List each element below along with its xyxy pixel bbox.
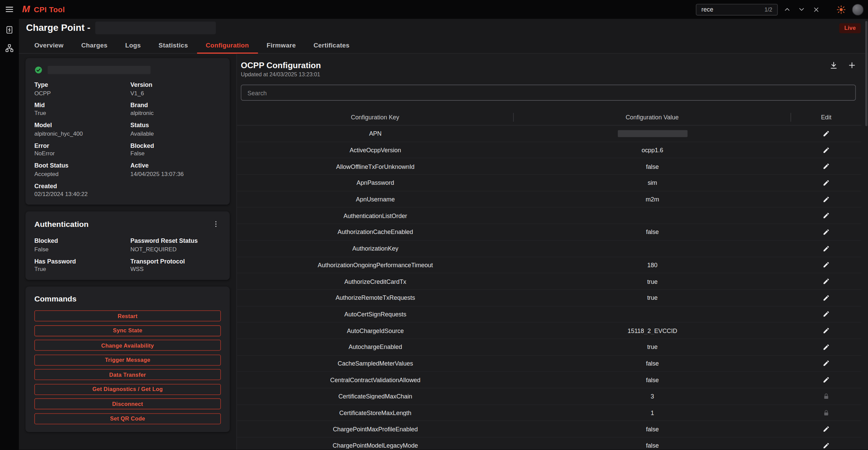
tab[interactable]: Firmware bbox=[258, 37, 305, 53]
config-row: ChargePointMaxProfileEnabled false bbox=[237, 421, 861, 437]
config-key: AuthorizationCacheEnabled bbox=[237, 229, 514, 236]
edit-pencil-icon[interactable] bbox=[823, 294, 830, 301]
connected-check-icon bbox=[34, 66, 42, 74]
find-previous-button[interactable] bbox=[782, 4, 792, 14]
config-edit-cell bbox=[791, 229, 861, 236]
tab[interactable]: Logs bbox=[116, 37, 150, 53]
command-button[interactable]: Restart bbox=[34, 310, 221, 321]
kebab-menu-icon[interactable] bbox=[211, 219, 221, 229]
device-card-header bbox=[34, 66, 221, 74]
auth-field: Transport Protocol WSS bbox=[130, 257, 221, 272]
edit-pencil-icon[interactable] bbox=[823, 327, 830, 334]
edit-pencil-icon[interactable] bbox=[823, 442, 830, 449]
edit-pencil-icon[interactable] bbox=[823, 212, 830, 219]
field-label: Error bbox=[34, 142, 125, 149]
config-value-text: false bbox=[646, 376, 659, 383]
edit-pencil-icon[interactable] bbox=[823, 426, 830, 433]
config-value-text: sim bbox=[648, 179, 657, 186]
field-value: Available bbox=[130, 130, 221, 137]
charge-points-icon[interactable] bbox=[3, 24, 16, 36]
app-title: CPI Tool bbox=[34, 5, 65, 13]
find-bar: 1/2 bbox=[696, 4, 821, 15]
field-value: NOT_REQUIRED bbox=[130, 246, 221, 252]
device-field: Error NoError bbox=[34, 142, 125, 156]
config-edit-cell bbox=[791, 294, 861, 301]
find-input[interactable] bbox=[701, 6, 749, 13]
live-status-badge: Live bbox=[839, 23, 861, 33]
window-scrollbar[interactable] bbox=[865, 21, 868, 126]
device-field: Mid True bbox=[34, 101, 125, 116]
edit-pencil-icon[interactable] bbox=[823, 146, 830, 154]
field-label: Has Password bbox=[34, 257, 125, 264]
lock-icon bbox=[823, 393, 830, 400]
edit-pencil-icon[interactable] bbox=[823, 245, 830, 252]
redacted-value bbox=[618, 130, 687, 137]
command-button[interactable]: Set QR Code bbox=[34, 413, 221, 424]
download-icon[interactable] bbox=[829, 60, 838, 70]
ocpp-panel-actions bbox=[829, 60, 857, 70]
field-label: Blocked bbox=[34, 237, 125, 244]
config-row: CertificateSignedMaxChain 3 bbox=[237, 388, 861, 405]
command-button[interactable]: Data Transfer bbox=[34, 369, 221, 380]
command-buttons: Restart Sync State Change Availability T… bbox=[34, 310, 221, 424]
find-close-icon[interactable] bbox=[811, 4, 821, 14]
config-key: ApnPassword bbox=[237, 179, 514, 186]
config-value-text: true bbox=[647, 294, 658, 301]
config-edit-cell bbox=[791, 146, 861, 154]
command-button[interactable]: Sync State bbox=[34, 325, 221, 336]
command-button[interactable]: Change Availability bbox=[34, 340, 221, 351]
find-input-box[interactable]: 1/2 bbox=[696, 4, 778, 15]
config-key: AuthorizationOngoingPerformanceTimeout bbox=[237, 261, 514, 268]
edit-pencil-icon[interactable] bbox=[823, 360, 830, 367]
sites-hierarchy-icon[interactable] bbox=[3, 42, 16, 54]
add-icon[interactable] bbox=[847, 60, 857, 70]
configuration-table-body: APN bbox=[237, 125, 861, 450]
config-value: false bbox=[514, 376, 791, 383]
tab-label: Overview bbox=[34, 42, 63, 48]
find-next-button[interactable] bbox=[797, 4, 807, 14]
edit-pencil-icon[interactable] bbox=[823, 163, 830, 170]
config-value: false bbox=[514, 229, 791, 236]
config-value: 15118_2_EVCCID bbox=[514, 327, 791, 334]
redacted-charge-point-name bbox=[95, 22, 216, 35]
theme-toggle-sun-icon[interactable] bbox=[835, 4, 847, 15]
field-value: NoError bbox=[34, 150, 125, 157]
tab-label: Certificates bbox=[314, 42, 350, 48]
config-value: 180 bbox=[514, 261, 791, 268]
config-edit-cell bbox=[791, 278, 861, 285]
config-value: 1 bbox=[514, 409, 791, 416]
config-value: true bbox=[514, 294, 791, 301]
tab[interactable]: Overview bbox=[25, 37, 72, 53]
command-button[interactable]: Disconnect bbox=[34, 398, 221, 410]
config-row: ApnUsername m2m bbox=[237, 191, 861, 208]
edit-pencil-icon[interactable] bbox=[823, 311, 830, 318]
config-edit-cell bbox=[791, 245, 861, 252]
config-row: AuthorizeCreditCardTx true bbox=[237, 273, 861, 290]
edit-pencil-icon[interactable] bbox=[823, 376, 830, 384]
device-field: Brand alpitronic bbox=[130, 101, 221, 116]
config-key: AuthorizationKey bbox=[237, 245, 514, 252]
edit-pencil-icon[interactable] bbox=[823, 229, 830, 236]
edit-pencil-icon[interactable] bbox=[823, 261, 830, 269]
tab[interactable]: Configuration bbox=[197, 37, 258, 53]
authentication-card-header: Authentication bbox=[34, 219, 221, 229]
edit-pencil-icon[interactable] bbox=[823, 130, 830, 137]
edit-pencil-icon[interactable] bbox=[823, 179, 830, 186]
config-row: AutoChargeIdSource 15118_2_EVCCID bbox=[237, 323, 861, 339]
config-row: CentralContractValidationAllowed false bbox=[237, 372, 861, 388]
tab[interactable]: Charges bbox=[72, 37, 116, 53]
user-avatar[interactable] bbox=[852, 4, 864, 15]
tab[interactable]: Statistics bbox=[150, 37, 197, 53]
config-search-input[interactable] bbox=[241, 85, 856, 101]
field-label: Mid bbox=[34, 101, 125, 108]
config-key: AuthenticationListOrder bbox=[237, 212, 514, 219]
config-key: AllowOfflineTxForUnknownId bbox=[237, 163, 514, 170]
edit-pencil-icon[interactable] bbox=[823, 196, 830, 203]
tab[interactable]: Certificates bbox=[305, 37, 358, 53]
config-key: AuthorizeCreditCardTx bbox=[237, 278, 514, 285]
command-button[interactable]: Get Diagnostics / Get Log bbox=[34, 384, 221, 395]
hamburger-menu-icon[interactable] bbox=[0, 0, 19, 19]
edit-pencil-icon[interactable] bbox=[823, 278, 830, 285]
edit-pencil-icon[interactable] bbox=[823, 344, 830, 351]
command-button[interactable]: Trigger Message bbox=[34, 354, 221, 366]
